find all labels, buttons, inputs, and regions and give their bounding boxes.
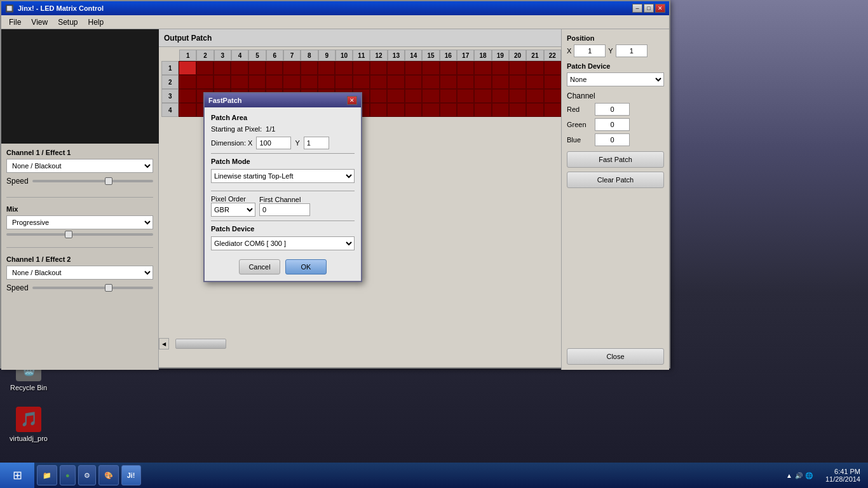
taskbar-chrome[interactable]: ● xyxy=(60,465,76,485)
app3-icon: ⚙ xyxy=(84,471,90,480)
pixel-order-select[interactable]: GBR RGB BGR RBG BRG GRB xyxy=(211,203,255,217)
clock-date: 11/28/2014 xyxy=(825,475,860,483)
pixel-order-label: Pixel Order xyxy=(211,195,255,203)
dimension-x-label: Dimension: X xyxy=(211,139,252,147)
fastpatch-device-select[interactable]: None Glediator COM6 [ 300 ] xyxy=(211,236,355,250)
first-channel-label: First Channel xyxy=(259,196,310,203)
taskbar-clock: 6:41 PM 11/28/2014 xyxy=(818,468,868,483)
divider3 xyxy=(211,220,355,221)
explorer-icon: 📁 xyxy=(43,471,51,480)
start-button[interactable]: ⊞ xyxy=(0,463,34,488)
tray-arrow[interactable]: ▲ xyxy=(786,472,792,479)
dimension-y-label: Y xyxy=(295,139,299,147)
dimension-y-input[interactable] xyxy=(304,137,329,149)
taskbar: ⊞ 📁 ● ⚙ 🎨 Ji! ▲ 🔊 🌐 6:41 PM 11/28/2014 xyxy=(0,463,868,488)
dialog-overlay: FastPatch ✕ Patch Area Starting at Pixel… xyxy=(0,0,868,488)
taskbar-explorer[interactable]: 📁 xyxy=(37,465,57,485)
tray-icon2: 🌐 xyxy=(805,472,813,479)
divider2 xyxy=(211,191,355,191)
taskbar-app4[interactable]: 🎨 xyxy=(98,465,119,485)
dialog-titlebar: FastPatch ✕ xyxy=(205,93,361,107)
app4-icon: 🎨 xyxy=(104,471,113,480)
taskbar-jinx[interactable]: Ji! xyxy=(121,465,141,485)
dialog-close-button[interactable]: ✕ xyxy=(347,96,357,105)
first-channel-input[interactable] xyxy=(259,203,310,216)
dialog-button-row: Cancel OK xyxy=(211,259,355,274)
dialog-body: Patch Area Starting at Pixel: 1/1 Dimens… xyxy=(205,107,361,281)
patch-area-section-title: Patch Area xyxy=(211,114,355,121)
patch-mode-select[interactable]: Linewise starting Top-Left Linewise star… xyxy=(211,169,355,183)
tray-icon1: 🔊 xyxy=(795,472,803,479)
fastpatch-dialog: FastPatch ✕ Patch Area Starting at Pixel… xyxy=(203,92,362,282)
starting-pixel-row: Starting at Pixel: 1/1 xyxy=(211,125,355,133)
dimension-row: Dimension: X Y xyxy=(211,137,355,149)
taskbar-items: 📁 ● ⚙ 🎨 Ji! xyxy=(34,465,781,485)
chrome-icon: ● xyxy=(65,471,70,479)
patch-mode-section-title: Patch Mode xyxy=(211,158,355,165)
divider1 xyxy=(211,153,355,154)
patch-device-section-title: Patch Device xyxy=(211,225,355,233)
jinx-icon: Ji! xyxy=(127,471,135,479)
starting-pixel-value: 1/1 xyxy=(266,125,275,133)
starting-pixel-label: Starting at Pixel: xyxy=(211,125,262,133)
ok-button[interactable]: OK xyxy=(285,259,327,274)
clock-time: 6:41 PM xyxy=(825,468,860,475)
pixel-order-row: Pixel Order GBR RGB BGR RBG BRG GRB Firs… xyxy=(211,195,355,217)
dialog-title: FastPatch xyxy=(208,97,242,104)
taskbar-tray: ▲ 🔊 🌐 xyxy=(781,472,818,479)
cancel-button[interactable]: Cancel xyxy=(239,259,280,274)
dimension-x-input[interactable] xyxy=(256,137,291,149)
taskbar-app3[interactable]: ⚙ xyxy=(78,465,96,485)
